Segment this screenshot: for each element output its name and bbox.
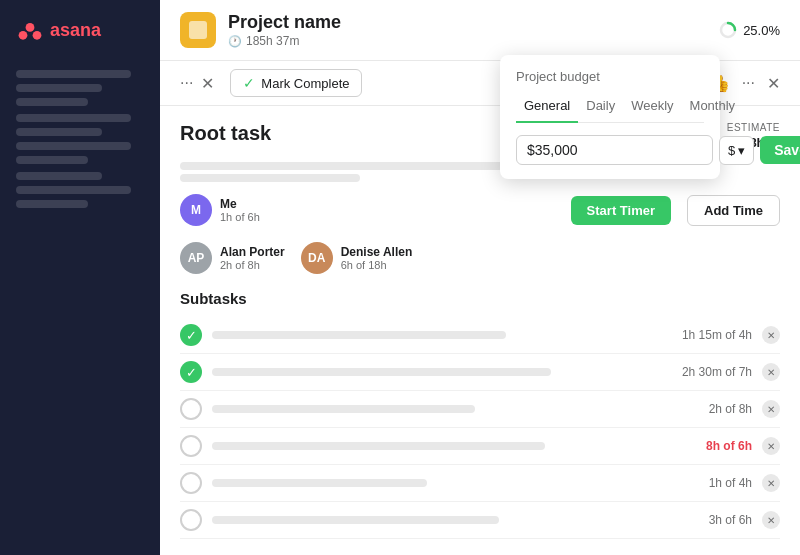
subtask-row: ✓2h 30m of 7h✕ (180, 354, 780, 391)
top-header: Project name 🕐 185h 37m 25.0% Project bu… (160, 0, 800, 61)
subtask-check[interactable]: ✓ (180, 361, 202, 383)
mark-complete-button[interactable]: ✓ Mark Complete (230, 69, 362, 97)
subtask-time: 3h of 6h (709, 513, 752, 527)
svg-point-0 (26, 23, 35, 32)
sidebar: asana (0, 0, 160, 555)
subtask-bar-area (212, 368, 664, 376)
asana-icon (16, 16, 44, 44)
estimate-label: ESTIMATE (727, 122, 780, 133)
subtask-close-button[interactable]: ✕ (762, 400, 780, 418)
subtask-row: 3h of 6h✕ (180, 502, 780, 539)
subtask-bar-area (212, 516, 691, 524)
assignees-row-2: AP Alan Porter 2h of 8h DA Denise Allen … (180, 242, 780, 274)
subtasks-title: Subtasks (180, 290, 780, 307)
assignee-denise-time: 6h of 18h (341, 259, 413, 271)
popup-title: Project budget (516, 69, 704, 84)
popup-input-row: $ ▾ Save (516, 135, 704, 165)
assignee-me-info: Me 1h of 6h (220, 197, 260, 223)
subtask-time: 1h 15m of 4h (682, 328, 752, 342)
subtask-progress-bar (212, 368, 551, 376)
subtask-close-button[interactable]: ✕ (762, 363, 780, 381)
more-options-icon[interactable]: ··· (180, 74, 193, 92)
subtask-progress-bar (212, 516, 499, 524)
svg-point-1 (19, 31, 28, 40)
logo-area: asana (0, 16, 160, 64)
subtask-time: 1h of 4h (709, 476, 752, 490)
project-time: 185h 37m (246, 34, 299, 48)
subtask-check[interactable] (180, 509, 202, 531)
check-icon: ✓ (243, 75, 255, 91)
subtask-close-button[interactable]: ✕ (762, 437, 780, 455)
subtask-time: 2h 30m of 7h (682, 365, 752, 379)
tab-monthly[interactable]: Monthly (682, 94, 744, 123)
avatar-alan: AP (180, 242, 212, 274)
project-name: Project name (228, 12, 707, 33)
subtask-progress-bar (212, 479, 427, 487)
budget-amount-input[interactable] (516, 135, 713, 165)
subtask-row: 2h of 8h✕ (180, 391, 780, 428)
subtask-close-button[interactable]: ✕ (762, 326, 780, 344)
svg-point-2 (33, 31, 42, 40)
start-timer-button[interactable]: Start Timer (571, 196, 671, 225)
subtask-close-button[interactable]: ✕ (762, 474, 780, 492)
sidebar-nav (0, 64, 160, 539)
popup-tabs: General Daily Weekly Monthly (516, 94, 704, 123)
budget-popup: Project budget General Daily Weekly Mont… (500, 55, 720, 179)
subtask-check[interactable] (180, 398, 202, 420)
clock-icon: 🕐 (228, 35, 242, 48)
assignee-me-time: 1h of 6h (220, 211, 260, 223)
currency-chevron: ▾ (738, 143, 745, 158)
close-button[interactable]: ✕ (201, 74, 214, 93)
subtask-close-button[interactable]: ✕ (762, 511, 780, 529)
subtask-time: 2h of 8h (709, 402, 752, 416)
add-time-button[interactable]: Add Time (687, 195, 780, 226)
main-content: Project name 🕐 185h 37m 25.0% Project bu… (160, 0, 800, 555)
sidebar-placeholder (16, 142, 131, 150)
progress-circle-icon (719, 21, 737, 39)
more-icon[interactable]: ··· (742, 74, 755, 92)
subtask-bar-area (212, 442, 688, 450)
avatar-denise: DA (301, 242, 333, 274)
subtask-progress-bar (212, 331, 506, 339)
assignee-alan: AP Alan Porter 2h of 8h (180, 242, 285, 274)
close-panel-icon[interactable]: ✕ (767, 74, 780, 93)
currency-selector[interactable]: $ ▾ (719, 136, 754, 165)
subtask-bar-area (212, 331, 664, 339)
project-meta: 🕐 185h 37m (228, 34, 707, 48)
subtask-check[interactable]: ✓ (180, 324, 202, 346)
assignees-row: M Me 1h of 6h Start Timer Add Time (180, 194, 780, 226)
project-info: Project name 🕐 185h 37m (228, 12, 707, 48)
subtask-row: ✓1h 15m of 4h✕ (180, 317, 780, 354)
tab-weekly[interactable]: Weekly (623, 94, 681, 123)
subtask-check[interactable] (180, 435, 202, 457)
subtask-progress-bar (212, 442, 545, 450)
tab-daily[interactable]: Daily (578, 94, 623, 123)
desc-placeholder-2 (180, 174, 360, 182)
assignee-alan-name: Alan Porter (220, 245, 285, 259)
asana-wordmark: asana (50, 20, 101, 41)
project-icon (180, 12, 216, 48)
sidebar-placeholder (16, 98, 88, 106)
assignee-me: M Me 1h of 6h (180, 194, 260, 226)
assignee-denise: DA Denise Allen 6h of 18h (301, 242, 413, 274)
subtask-time: 8h of 6h (706, 439, 752, 453)
assignee-alan-time: 2h of 8h (220, 259, 285, 271)
save-button[interactable]: Save (760, 136, 800, 164)
avatar-me: M (180, 194, 212, 226)
mark-complete-label: Mark Complete (261, 76, 349, 91)
task-title: Root task (180, 122, 271, 145)
subtask-bar-area (212, 479, 691, 487)
assignee-denise-name: Denise Allen (341, 245, 413, 259)
sidebar-placeholder (16, 172, 102, 180)
tab-general[interactable]: General (516, 94, 578, 123)
sidebar-placeholder (16, 84, 102, 92)
subtask-row: 8h of 6h✕ (180, 428, 780, 465)
assignee-denise-info: Denise Allen 6h of 18h (341, 245, 413, 271)
sidebar-placeholder (16, 70, 131, 78)
subtasks-list: ✓1h 15m of 4h✕✓2h 30m of 7h✕2h of 8h✕8h … (180, 317, 780, 539)
subtask-check[interactable] (180, 472, 202, 494)
sidebar-placeholder (16, 186, 131, 194)
sidebar-placeholder (16, 200, 88, 208)
progress-percent: 25.0% (743, 23, 780, 38)
subtask-row: 1h of 4h✕ (180, 465, 780, 502)
